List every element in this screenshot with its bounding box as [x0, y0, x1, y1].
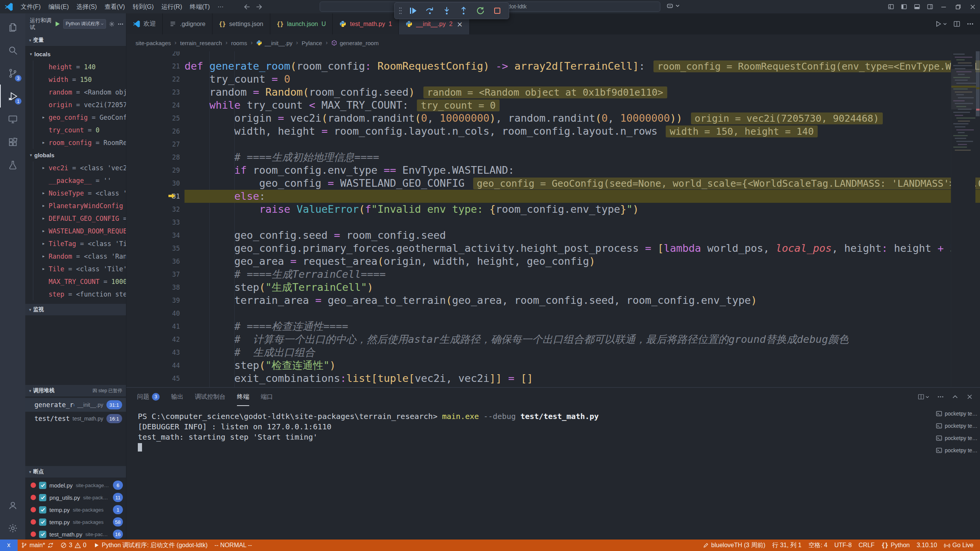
breakpoint-checkbox[interactable] — [39, 518, 46, 526]
code-line[interactable]: 23 random = Random(room_config.seed)rand… — [126, 86, 980, 99]
breakpoints-section-header[interactable]: ▾断点 — [25, 466, 126, 478]
terminal-split-icon[interactable] — [918, 393, 929, 400]
minimize-button[interactable] — [936, 0, 951, 13]
close-button[interactable] — [965, 0, 980, 13]
variable-row[interactable]: step = <function step at 0x1bf9cd216d… — [33, 288, 126, 300]
remote-indicator[interactable] — [0, 540, 18, 551]
code-line[interactable]: 42 # 计算每一个出口的中心，然后使用astar生成路径，确保每一个出口组合都… — [126, 333, 980, 346]
variables-section-header[interactable]: ▾变量 — [25, 34, 126, 46]
minimap[interactable] — [951, 51, 975, 387]
tab-settings.json[interactable]: {}settings.json — [212, 13, 270, 34]
variable-row[interactable]: ▸geo_config = GeoConfig(seed=None, wor… — [33, 111, 126, 124]
menu-item[interactable]: ··· — [214, 0, 227, 13]
variable-row[interactable]: origin = vec2i(7205730, 9024468) — [33, 98, 126, 111]
go-live[interactable]: Go Live — [941, 540, 977, 551]
tab-close-icon[interactable]: × — [457, 20, 463, 28]
code-line[interactable]: 27 — [126, 138, 980, 151]
breakpoint-checkbox[interactable] — [39, 506, 46, 514]
debug-step-over-button[interactable] — [422, 4, 438, 18]
variable-row[interactable]: ▸Random = <class 'Random'> — [33, 250, 126, 262]
restore-button[interactable] — [951, 0, 965, 13]
variable-row[interactable]: ▸vec2i = <class 'vec2i'> — [33, 161, 126, 174]
debug-continue-button[interactable] — [405, 4, 421, 18]
breakpoint-row[interactable]: temp.pysite-packages1 — [25, 504, 126, 516]
code-line[interactable]: 41 # ====检查连通性==== — [126, 320, 980, 333]
terminal-instance[interactable]: pocketpy te… — [936, 444, 978, 456]
code-line[interactable]: 28 # ====生成初始地理信息==== — [126, 151, 980, 164]
code-editor[interactable]: 2021def generate_room(room_config: RoomR… — [126, 51, 980, 387]
variable-row[interactable]: ▸PlanetaryWindConfig = <class 'Planeta… — [33, 199, 126, 212]
panel-tab-输出[interactable]: 输出 — [171, 388, 183, 406]
toggle-panel-icon[interactable] — [910, 0, 923, 13]
breadcrumb-item[interactable]: __init__.py — [256, 40, 292, 46]
breadcrumb-item[interactable]: site-packages — [136, 40, 171, 46]
menu-item[interactable]: 终端(T) — [186, 0, 214, 13]
code-line[interactable]: 22 try_count = 0 — [126, 73, 980, 86]
code-line[interactable]: 43 # 生成出口组合 — [126, 346, 980, 359]
panel-more-actions-icon[interactable] — [937, 393, 944, 400]
run-python-file-button[interactable] — [935, 20, 947, 28]
terminal-instance[interactable]: pocketpy te… — [936, 408, 978, 420]
debug-step-into-button[interactable] — [439, 4, 454, 18]
maximize-panel-icon[interactable] — [952, 393, 959, 400]
eol[interactable]: CRLF — [855, 540, 878, 551]
code-line[interactable]: 36 geo_area = request_area(origin, width… — [126, 255, 980, 268]
editor-scrollbar[interactable] — [975, 51, 980, 387]
toggle-secondary-sidebar-icon[interactable] — [923, 0, 936, 13]
tab-launch.json[interactable]: {}launch.jsonU — [270, 13, 333, 34]
code-line[interactable]: 39 terrain_area = geo_area_to_terrain(ge… — [126, 294, 980, 307]
code-line[interactable]: 29 if room_config.env_type == EnvType.WA… — [126, 164, 980, 177]
callstack-frame[interactable]: test/test_math.pytest_math.py16:1 — [25, 412, 126, 425]
debug-configuration[interactable]: Python 调试程序: 启动文件 (godot-ldtk) — [90, 540, 211, 551]
terminal-output[interactable]: PS C:\computer_science\godot-ldtk\site-p… — [126, 406, 980, 453]
activitybar-extensions[interactable] — [0, 130, 25, 153]
debug-config-dropdown[interactable]: Python 调试程序: 启: — [63, 19, 106, 29]
code-line[interactable]: 31 else: — [126, 190, 980, 203]
debug-restart-button[interactable] — [473, 4, 488, 18]
breakpoint-row[interactable]: temp.pysite-packages58 — [25, 516, 126, 528]
breakpoint-row[interactable]: test_math.pysite-packages\terrain_res…16 — [25, 528, 126, 540]
code-line[interactable]: 35 geo_config.primary_forces.geothermal_… — [126, 242, 980, 255]
more-actions-icon[interactable] — [118, 21, 124, 27]
callstack-frame[interactable]: generate_room__init__.py31:1 — [25, 398, 126, 412]
breadcrumb-item[interactable]: Pylance — [302, 40, 322, 46]
problems-status[interactable]: 30 — [57, 540, 90, 551]
watch-section-header[interactable]: ▾监视 — [25, 304, 126, 315]
copilot-menu[interactable] — [666, 2, 680, 10]
variable-row[interactable]: ▸NoiseType = <class 'NoiseType'> — [33, 187, 126, 199]
code-line[interactable]: 21def generate_room(room_config: RoomReq… — [126, 60, 980, 73]
debug-stop-button[interactable] — [490, 4, 505, 18]
tab-.gdignore[interactable]: .gdignore — [163, 13, 212, 34]
variable-row[interactable]: ▸Tile = <class 'Tile'> — [33, 262, 126, 275]
terminal-instance[interactable]: pocketpy te… — [936, 420, 978, 432]
code-line[interactable]: 25 origin = vec2i(random.randint(0, 1000… — [126, 112, 980, 125]
code-line[interactable]: 20 — [126, 51, 980, 60]
scope-globals[interactable]: ▾globals — [25, 149, 126, 161]
panel-tab-调试控制台[interactable]: 调试控制台 — [195, 388, 225, 406]
activitybar-source-control[interactable]: 3 — [0, 62, 25, 85]
scope-locals[interactable]: ▾locals — [25, 48, 126, 60]
customize-layout-icon[interactable] — [884, 0, 897, 13]
breadcrumb-item[interactable]: terrain_research — [180, 40, 222, 46]
vim-mode[interactable]: -- NORMAL -- — [211, 540, 255, 551]
breakpoint-row[interactable]: model.pysite-packages\wfc6 — [25, 479, 126, 491]
close-panel-icon[interactable] — [966, 393, 973, 400]
variable-row[interactable]: width = 150 — [33, 73, 126, 86]
language-mode[interactable]: {}Python — [878, 540, 913, 551]
menu-item[interactable]: 查看(V) — [101, 0, 129, 13]
menu-item[interactable]: 文件(F) — [17, 0, 44, 13]
code-line[interactable]: 40 — [126, 307, 980, 320]
panel-tab-问题[interactable]: 问题3 — [137, 388, 160, 406]
code-line[interactable]: 44 step("检查连通性") — [126, 359, 980, 372]
panel-tab-终端[interactable]: 终端 — [237, 388, 249, 406]
indentation[interactable]: 空格: 4 — [805, 540, 831, 551]
encoding[interactable]: UTF-8 — [831, 540, 855, 551]
activitybar-explorer[interactable] — [0, 16, 25, 39]
panel-tab-端口[interactable]: 端口 — [261, 388, 273, 406]
variable-row[interactable]: ▸room_config = RoomRequestConfig(env_t… — [33, 136, 126, 149]
activitybar-remote-explorer[interactable] — [0, 108, 25, 130]
breakpoint-checkbox[interactable] — [39, 494, 46, 501]
activitybar-search[interactable] — [0, 39, 25, 62]
toggle-sidebar-icon[interactable] — [897, 0, 910, 13]
code-line[interactable]: 26 width, height = room_config.layout.n_… — [126, 125, 980, 138]
